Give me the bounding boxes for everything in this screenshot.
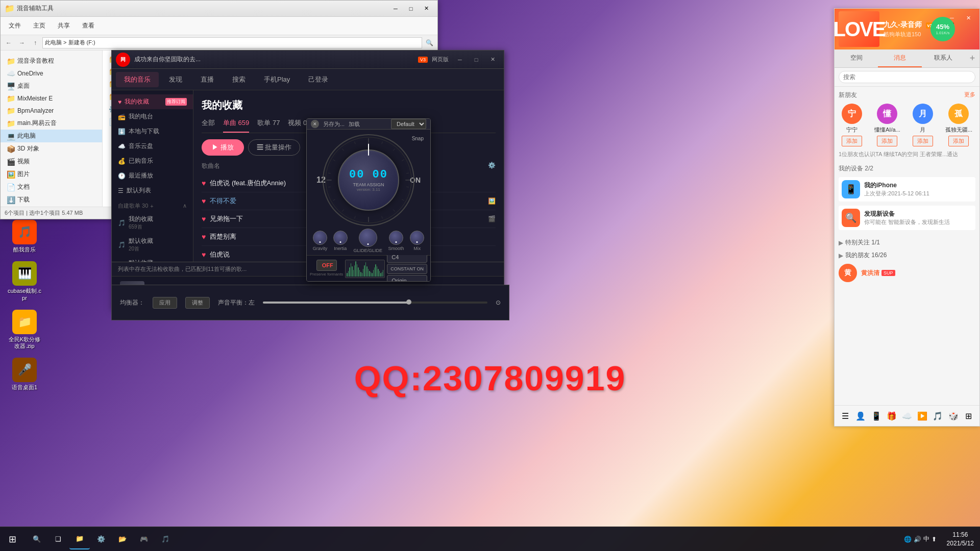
plugin-add-button[interactable]: 加载: [349, 120, 360, 128]
knob-glide-circle[interactable]: [359, 229, 377, 247]
sidebar-my-favorites[interactable]: ♥ 我的收藏 推荐订阅: [112, 94, 193, 109]
taskbar-folder[interactable]: 📂: [112, 529, 133, 549]
playlist-default1[interactable]: 🎵 默认收藏 20首: [112, 234, 193, 256]
sidebar-local-downloads[interactable]: ⬇️ 本地与下载: [112, 124, 193, 139]
maximize-button[interactable]: □: [404, 4, 418, 14]
add-lonely-button[interactable]: 添加: [948, 136, 969, 146]
knob-inertia-circle[interactable]: [333, 231, 348, 245]
sidebar-item-downloads[interactable]: ⬇️ 下载: [1, 193, 102, 206]
batch-operation-button[interactable]: ☰ 批量操作: [248, 139, 301, 156]
special-care-section[interactable]: ▶ 特别关注 1/1: [839, 236, 975, 249]
search-input[interactable]: 🔍: [423, 37, 435, 49]
more-button[interactable]: 更多: [964, 91, 975, 99]
taskbar-gamepad[interactable]: 🎮: [134, 529, 154, 549]
forward-button[interactable]: →: [16, 37, 28, 49]
taskbar-taskview[interactable]: ❑: [48, 529, 68, 549]
tab-phone-play[interactable]: 手机Play: [256, 72, 298, 87]
tab-messages[interactable]: 消息: [878, 49, 921, 67]
taskbar-explorer[interactable]: 📁: [69, 529, 90, 549]
sidebar-item-tutorial[interactable]: 📁 混音录音教程: [1, 55, 102, 67]
qq-search-input[interactable]: [839, 71, 975, 83]
playlist-favorites[interactable]: 🎵 我的收藏 659首: [112, 212, 193, 234]
minimize-button[interactable]: ─: [388, 4, 403, 14]
close-button[interactable]: ✕: [419, 4, 433, 14]
start-button[interactable]: ⊞: [0, 527, 24, 552]
plugin-off-button[interactable]: OFF: [316, 260, 337, 271]
sidebar-item-bpm[interactable]: 📁 BpmAnalyzer: [1, 105, 102, 117]
sidebar-item-computer[interactable]: 💻 此电脑: [1, 130, 102, 142]
toolbar-home[interactable]: 主页: [29, 19, 50, 32]
volume-slider[interactable]: [263, 302, 487, 304]
up-button[interactable]: ↑: [29, 37, 41, 49]
eq-apply-button[interactable]: 应用: [153, 297, 177, 309]
sidebar-item-3d[interactable]: 📦 3D 对象: [1, 142, 102, 155]
toolbar-menu-icon[interactable]: ☰: [839, 409, 852, 423]
taskbar-settings[interactable]: ⚙️: [91, 529, 111, 549]
scrollbar-icon[interactable]: ⊙: [496, 299, 501, 306]
origin-button[interactable]: Origin: [387, 275, 427, 282]
toolbar-gift-icon[interactable]: 🎁: [885, 409, 898, 423]
sidebar-item-onedrive[interactable]: ☁️ OneDrive: [1, 67, 102, 80]
filter-videos[interactable]: 视频 0: [288, 118, 307, 133]
sidebar-recent[interactable]: 🕐 最近播放: [112, 168, 193, 183]
icon-voiceover[interactable]: 🎤 语音桌面1: [4, 356, 45, 393]
taskbar-music[interactable]: 🎵: [155, 529, 176, 549]
tab-live[interactable]: 直播: [192, 72, 222, 87]
online-friend-row[interactable]: 黄 黄洪清 SUP: [839, 262, 975, 284]
sidebar-item-docs[interactable]: 📄 文档: [1, 181, 102, 193]
music-maximize[interactable]: □: [469, 55, 483, 65]
sidebar-item-mix[interactable]: 📁 MixMeister E: [1, 92, 102, 105]
knob-gravity-circle[interactable]: [313, 231, 327, 245]
plugin-close-button[interactable]: ✕: [311, 120, 319, 128]
filter-singles[interactable]: 单曲 659: [223, 118, 249, 133]
tab-space[interactable]: 空间: [835, 49, 878, 67]
sidebar-default-list[interactable]: ☰ 默认列表: [112, 183, 193, 198]
toolbar-grid-icon[interactable]: ⊞: [962, 409, 975, 423]
play-all-button[interactable]: ▶ 播放: [202, 139, 244, 156]
collapse-icon[interactable]: ∧: [183, 203, 187, 209]
icon-modify-zip[interactable]: 📁 全民K歌分修改器.zip: [4, 308, 45, 352]
knob-mix-circle[interactable]: [410, 231, 424, 245]
toolbar-dice-icon[interactable]: 🎲: [947, 409, 960, 423]
toolbar-cloud-icon[interactable]: ☁️: [900, 409, 914, 423]
device-discover[interactable]: 🔍 发现新设备 你可能在 智能新设备，发现新生活: [839, 206, 975, 230]
tab-discover[interactable]: 发现: [161, 72, 190, 87]
add-moon-button[interactable]: 添加: [913, 136, 933, 146]
sidebar-purchased[interactable]: 💰 已购音乐: [112, 154, 193, 168]
tab-search[interactable]: 搜索: [224, 72, 254, 87]
knob-smooth-circle[interactable]: [389, 231, 403, 245]
filter-all[interactable]: 全部: [202, 118, 215, 133]
toolbar-music-icon[interactable]: 🎵: [931, 409, 944, 423]
tab-contacts[interactable]: 联系人: [922, 49, 965, 67]
plugin-preset-select[interactable]: Default: [391, 119, 426, 129]
sidebar-item-desktop[interactable]: 🖥️ 桌面: [1, 80, 102, 92]
add-playlist-icon[interactable]: +: [150, 203, 153, 209]
toolbar-person-icon[interactable]: 👤: [854, 409, 867, 423]
toolbar-share[interactable]: 共享: [54, 19, 74, 32]
sidebar-cloud[interactable]: ☁️ 音乐云盘: [112, 139, 193, 154]
toolbar-file[interactable]: 文件: [5, 19, 25, 32]
device-iphone[interactable]: 📱 我的iPhone 上次登录:2021-5-12 06:11: [839, 177, 975, 202]
taskbar-search[interactable]: 🔍: [27, 529, 47, 549]
music-minimize[interactable]: ─: [453, 55, 467, 65]
constant-on-button[interactable]: CONSTANT ON: [387, 264, 427, 274]
icon-cubase[interactable]: 🎹 cubase截制.cpr: [4, 259, 45, 303]
playlist-default2[interactable]: 🎵 默认收藏 10首: [112, 256, 193, 262]
toolbar-play-icon[interactable]: ▶️: [916, 409, 929, 423]
qq-close[interactable]: ✕: [961, 13, 975, 23]
tab-logged-in[interactable]: 己登录: [300, 72, 336, 87]
sidebar-item-pictures[interactable]: 🖼️ 图片: [1, 168, 102, 181]
add-dongdong-button[interactable]: 添加: [877, 136, 897, 146]
toolbar-phone-icon[interactable]: 📱: [869, 409, 883, 423]
music-close[interactable]: ✕: [485, 55, 500, 65]
eq-adjust-button[interactable]: 调整: [185, 297, 210, 309]
my-friends-section[interactable]: ▶ 我的朋友 16/26: [839, 249, 975, 262]
filter-playlists[interactable]: 歌单 77: [257, 118, 280, 133]
sidebar-my-radio[interactable]: 📻 我的电台: [112, 109, 193, 124]
qq-minimize[interactable]: ─: [945, 13, 959, 23]
sidebar-item-netease[interactable]: 📁 main.网易云音: [1, 117, 102, 130]
tab-my-music[interactable]: 我的音乐: [116, 72, 159, 87]
sidebar-item-video[interactable]: 🎬 视频: [1, 155, 102, 168]
plugin-save-button[interactable]: 另存为...: [323, 120, 345, 128]
icon-kuwo[interactable]: 🎵 酷我音乐: [4, 218, 45, 255]
